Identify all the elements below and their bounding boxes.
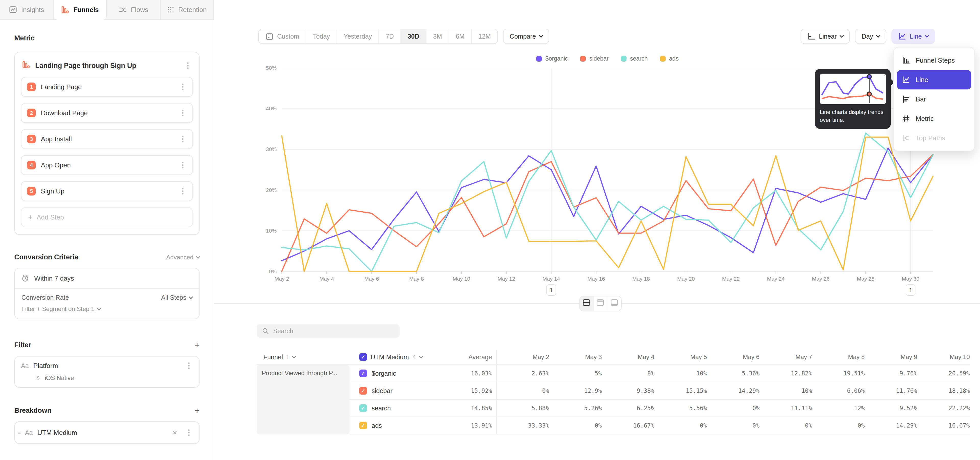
all-steps-dropdown[interactable]: All Steps — [161, 294, 192, 301]
scale-dropdown[interactable]: Linear — [800, 29, 850, 44]
date-column-header[interactable]: May 10 — [917, 353, 970, 361]
date-column-header[interactable]: May 9 — [865, 353, 917, 361]
funnels-analytics-app: InsightsFunnelsFlowsRetention Metric Lan… — [0, 0, 980, 460]
filter-segment-toggle[interactable]: Filter + Segment on Step 1 — [21, 305, 192, 313]
table-row-search: ✓ search 14.85% 5.88%5.26%6.25%5.56%0%11… — [350, 400, 970, 417]
advanced-toggle[interactable]: Advanced — [166, 254, 200, 261]
funnel-step-1[interactable]: 1 Landing Page — [21, 77, 193, 97]
filter-value[interactable]: iOS Native — [45, 374, 74, 382]
search-input[interactable] — [273, 327, 395, 335]
range-30d[interactable]: 30D — [401, 29, 426, 43]
chevron-down-icon — [539, 34, 543, 38]
svg-text:May 6: May 6 — [364, 276, 379, 282]
sidebar-content: Metric Landing Page through Sign Up 1 La… — [0, 20, 214, 444]
tab-insights[interactable]: Insights — [0, 0, 54, 19]
segment-checkbox[interactable]: ✓ — [360, 369, 367, 377]
breakdown-col-count: 4 — [412, 353, 416, 361]
funnel-name-cell[interactable]: Product Viewed through P... — [257, 365, 350, 434]
funnel-steps-list: 1 Landing Page 2 Download Page 3 App Ins… — [21, 77, 193, 201]
filter-property-row[interactable]: Aa Platform — [21, 361, 193, 370]
filter-operator[interactable]: Is — [35, 374, 40, 382]
step-menu-button[interactable] — [179, 109, 187, 118]
funnel-step-4[interactable]: 4 App Open — [21, 155, 193, 175]
range-3m[interactable]: 3M — [426, 29, 449, 43]
step-menu-button[interactable] — [179, 82, 187, 91]
menu-item-funnel-steps[interactable]: Funnel Steps — [897, 51, 971, 70]
funnel-step-2[interactable]: 2 Download Page — [21, 103, 193, 123]
remove-breakdown-icon[interactable]: × — [172, 429, 177, 436]
funnel-step-5[interactable]: 5 Sign Up — [21, 181, 193, 201]
legend-item-ads[interactable]: ads — [660, 55, 679, 62]
date-column-header[interactable]: May 3 — [549, 353, 602, 361]
drag-handle-icon[interactable]: ≡ — [18, 430, 21, 436]
legend-item-sidebar[interactable]: sidebar — [580, 55, 608, 62]
legend-item-search[interactable]: search — [621, 55, 648, 62]
step-menu-button[interactable] — [179, 187, 187, 196]
tab-flows[interactable]: Flows — [107, 0, 161, 19]
step-menu-button[interactable] — [179, 134, 187, 144]
tab-retention[interactable]: Retention — [161, 0, 214, 19]
breakdown-property-row[interactable]: ≡ Aa UTM Medium × — [21, 428, 193, 437]
interval-dropdown[interactable]: Day — [855, 29, 886, 44]
table-row-sidebar: ✓ sidebar 15.92% 0%12.9%9.38%15.15%14.29… — [350, 382, 970, 400]
segment-checkbox[interactable]: ✓ — [360, 387, 367, 395]
add-filter-button[interactable]: + — [194, 341, 200, 349]
chart-type-dropdown[interactable]: Line — [891, 29, 935, 44]
filter-menu-button[interactable] — [185, 361, 193, 370]
chart-toolbar: CustomTodayYesterday7D30D3M6M12M Compare… — [258, 29, 935, 44]
menu-item-metric[interactable]: Metric — [897, 109, 971, 128]
add-breakdown-button[interactable]: + — [194, 406, 200, 415]
breakdown-column-header[interactable]: ✓ UTM Medium 4 Average — [350, 350, 496, 364]
conversion-window-row[interactable]: Within 7 days — [15, 268, 199, 289]
menu-item-label: Funnel Steps — [916, 56, 955, 64]
legend-swatch — [536, 56, 542, 62]
conversion-window-value: Within 7 days — [34, 275, 74, 283]
menu-item-line[interactable]: Line — [897, 70, 971, 89]
date-column-header[interactable]: May 8 — [812, 353, 865, 361]
layout-table-only-button[interactable] — [608, 296, 621, 311]
funnel-column-header[interactable]: Funnel 1 — [257, 353, 350, 361]
date-column-header[interactable]: May 4 — [602, 353, 654, 361]
segment-checkbox[interactable]: ✓ — [360, 404, 367, 412]
range-today[interactable]: Today — [306, 29, 337, 43]
layout-split-button[interactable] — [580, 296, 593, 311]
add-step-button[interactable]: + Add Step — [21, 207, 193, 227]
range-yesterday[interactable]: Yesterday — [337, 29, 379, 43]
range-6m[interactable]: 6M — [449, 29, 472, 43]
scale-label: Linear — [819, 33, 837, 40]
compare-button[interactable]: Compare — [503, 29, 549, 44]
date-column-header[interactable]: May 6 — [707, 353, 759, 361]
segment-name-cell: ✓ $organic 16.03% — [350, 365, 496, 382]
chevron-down-icon — [840, 34, 844, 38]
select-all-checkbox[interactable]: ✓ — [360, 353, 367, 361]
segment-value-cell: 20.59% — [917, 370, 970, 377]
svg-text:1: 1 — [909, 287, 912, 294]
breakdown-menu-button[interactable] — [185, 428, 193, 437]
segment-value-cell: 0% — [812, 422, 865, 429]
funnel-name-text: Product Viewed through P... — [262, 369, 337, 377]
conversion-rate-label: Conversion Rate — [21, 294, 69, 301]
range-7d[interactable]: 7D — [379, 29, 401, 43]
segment-value-cell: 15.15% — [654, 387, 707, 394]
segment-checkbox[interactable]: ✓ — [360, 422, 367, 429]
funnel-menu-button[interactable] — [184, 61, 192, 70]
tab-funnels[interactable]: Funnels — [54, 0, 107, 20]
filter-segment-label: Filter + Segment on Step 1 — [21, 305, 94, 313]
metric-icon — [902, 115, 910, 123]
layout-chart-only-button[interactable] — [593, 296, 608, 311]
menu-item-bar[interactable]: Bar — [897, 89, 971, 109]
menu-item-label: Bar — [916, 95, 926, 103]
step-number-badge: 4 — [27, 161, 36, 169]
date-column-header[interactable]: May 5 — [654, 353, 707, 361]
date-column-header[interactable]: May 7 — [759, 353, 812, 361]
table-search[interactable] — [257, 324, 400, 338]
step-menu-button[interactable] — [179, 160, 187, 170]
funnel-metric-header[interactable]: Landing Page through Sign Up — [21, 59, 193, 77]
segment-value-cell: 10% — [654, 370, 707, 377]
legend-item-organic[interactable]: $organic — [536, 55, 568, 62]
range-12m[interactable]: 12M — [472, 29, 497, 43]
date-column-header[interactable]: May 2 — [496, 353, 549, 361]
funnel-step-3[interactable]: 3 App Install — [21, 129, 193, 149]
range-custom[interactable]: Custom — [259, 29, 306, 43]
table-rows: ✓ $organic 16.03% 2.63%5%8%10%5.36%12.82… — [350, 365, 970, 434]
